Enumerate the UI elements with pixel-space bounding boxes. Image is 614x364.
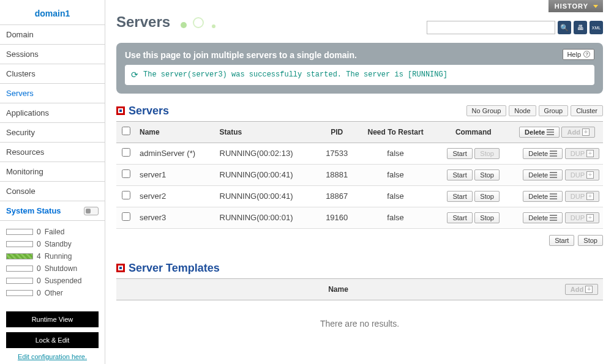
status-row-shutdown: 0Shutdown bbox=[6, 262, 99, 275]
section-icon bbox=[116, 264, 125, 272]
status-label: Running bbox=[45, 252, 72, 261]
status-row-suspended: 0Suspended bbox=[6, 275, 99, 287]
sidebar-item-security[interactable]: Security bbox=[0, 123, 105, 143]
sidebar-item-servers[interactable]: Servers bbox=[0, 84, 105, 103]
cell-name: adminServer (*) bbox=[136, 143, 216, 164]
stop-button[interactable]: Stop bbox=[474, 212, 500, 223]
tpl-col-name: Name bbox=[116, 278, 560, 300]
info-text: Use this page to join multiple servers t… bbox=[125, 50, 594, 65]
col-name: Name bbox=[136, 121, 216, 143]
view-group[interactable]: Group bbox=[539, 105, 569, 116]
sidebar-item-clusters[interactable]: Clusters bbox=[0, 64, 105, 84]
plus-icon: + bbox=[586, 150, 594, 157]
row-checkbox[interactable] bbox=[122, 148, 130, 157]
stop-button[interactable]: Stop bbox=[474, 169, 500, 180]
status-bar bbox=[6, 253, 33, 259]
edit-config-link[interactable]: Edit configuration here. bbox=[6, 353, 99, 364]
stack-icon bbox=[550, 172, 557, 178]
status-bar bbox=[6, 229, 33, 235]
search-icon[interactable]: 🔍 bbox=[558, 21, 571, 34]
stop-button[interactable]: Stop bbox=[474, 191, 500, 202]
stack-icon bbox=[547, 129, 554, 135]
row-checkbox[interactable] bbox=[122, 212, 130, 221]
stack-icon bbox=[550, 150, 557, 157]
sidebar-item-domain[interactable]: Domain bbox=[0, 25, 105, 45]
sidebar-item-monitoring[interactable]: Monitoring bbox=[0, 162, 105, 182]
start-button[interactable]: Start bbox=[447, 148, 472, 159]
sidebar-item-resources[interactable]: Resources bbox=[0, 143, 105, 162]
select-all-checkbox[interactable] bbox=[122, 127, 130, 135]
lock-edit-button[interactable]: Lock & Edit bbox=[6, 332, 99, 348]
templates-section-title: Server Templates bbox=[116, 262, 220, 275]
tpl-add-button[interactable]: Add+ bbox=[565, 284, 598, 295]
history-button[interactable]: HISTORY bbox=[548, 0, 603, 12]
sidebar-title: domain1 bbox=[0, 0, 105, 25]
servers-table: Name Status PID Need To Restart Command … bbox=[116, 121, 603, 229]
col-pid: PID bbox=[318, 121, 356, 143]
reload-icon: ⟳ bbox=[131, 70, 138, 80]
search-bar: 🔍 🖶 XML bbox=[427, 21, 603, 34]
view-mode-buttons: No GroupNodeGroupCluster bbox=[466, 105, 603, 116]
cell-status: RUNNING(00:02:13) bbox=[216, 143, 318, 164]
view-no-group[interactable]: No Group bbox=[466, 105, 507, 116]
no-results: There are no results. bbox=[116, 300, 603, 364]
help-button[interactable]: Help ? bbox=[563, 49, 594, 60]
cell-name: server3 bbox=[136, 207, 216, 228]
system-status-label: System Status bbox=[6, 206, 61, 215]
plus-icon: + bbox=[586, 171, 594, 179]
main-content: HISTORY Servers 🔍 🖶 XML Use this page to… bbox=[105, 0, 614, 364]
status-label: Failed bbox=[45, 228, 65, 236]
help-icon: ? bbox=[583, 51, 590, 58]
cell-name: server2 bbox=[136, 185, 216, 207]
status-row-running: 4Running bbox=[6, 250, 99, 262]
header-delete-button[interactable]: Delete bbox=[519, 127, 560, 138]
footer-start-button[interactable]: Start bbox=[549, 235, 574, 246]
cell-pid: 18867 bbox=[318, 185, 356, 207]
search-input[interactable] bbox=[427, 21, 555, 34]
plus-icon: + bbox=[585, 286, 593, 293]
cell-name: server1 bbox=[136, 164, 216, 185]
dup-button: DUP + bbox=[565, 169, 599, 180]
system-status-header: System Status bbox=[0, 201, 105, 221]
servers-section-title: Servers bbox=[116, 105, 169, 117]
delete-button[interactable]: Delete bbox=[523, 169, 563, 180]
sidebar-item-applications[interactable]: Applications bbox=[0, 103, 105, 123]
delete-button[interactable]: Delete bbox=[523, 148, 563, 159]
sidebar-item-sessions[interactable]: Sessions bbox=[0, 45, 105, 64]
delete-button[interactable]: Delete bbox=[523, 191, 563, 202]
status-label: Standby bbox=[45, 240, 72, 248]
header-add-button[interactable]: Add+ bbox=[561, 127, 594, 138]
delete-button[interactable]: Delete bbox=[523, 212, 563, 223]
stack-icon bbox=[550, 193, 557, 199]
status-message: ⟳ The server(server3) was successfully s… bbox=[125, 65, 594, 85]
plus-icon: + bbox=[582, 128, 590, 136]
sidebar: domain1 DomainSessionsClustersServersApp… bbox=[0, 0, 105, 364]
row-checkbox[interactable] bbox=[122, 169, 130, 178]
table-row: adminServer (*)RUNNING(00:02:13)17533fal… bbox=[116, 143, 603, 164]
status-label: Shutdown bbox=[45, 264, 77, 273]
system-status-list: 0Failed0Standby4Running0Shutdown0Suspend… bbox=[0, 221, 105, 304]
stop-button: Stop bbox=[474, 148, 500, 159]
row-checkbox[interactable] bbox=[122, 191, 130, 199]
view-cluster[interactable]: Cluster bbox=[571, 105, 603, 116]
page-title-text: Servers bbox=[116, 13, 170, 30]
dup-button: DUP + bbox=[565, 212, 599, 223]
footer-stop-button[interactable]: Stop bbox=[578, 235, 603, 246]
xml-export-icon[interactable]: XML bbox=[590, 21, 603, 34]
info-box: Use this page to join multiple servers t… bbox=[116, 43, 603, 94]
view-node[interactable]: Node bbox=[509, 105, 536, 116]
cell-restart: false bbox=[356, 164, 436, 185]
sidebar-item-console[interactable]: Console bbox=[0, 182, 105, 201]
print-icon[interactable]: 🖶 bbox=[574, 21, 587, 34]
runtime-view-button[interactable]: Runtime View bbox=[6, 311, 99, 327]
templates-title-text: Server Templates bbox=[129, 262, 220, 275]
status-row-other: 0Other bbox=[6, 287, 99, 299]
status-message-text: The server(server3) was successfully sta… bbox=[143, 70, 447, 79]
system-status-toggle[interactable] bbox=[84, 207, 99, 215]
plus-icon: + bbox=[586, 193, 594, 200]
start-button[interactable]: Start bbox=[447, 169, 472, 180]
status-row-standby: 0Standby bbox=[6, 238, 99, 250]
start-button[interactable]: Start bbox=[447, 212, 472, 223]
table-row: server3RUNNING(00:00:01)19160falseStart … bbox=[116, 207, 603, 228]
start-button[interactable]: Start bbox=[447, 191, 472, 202]
